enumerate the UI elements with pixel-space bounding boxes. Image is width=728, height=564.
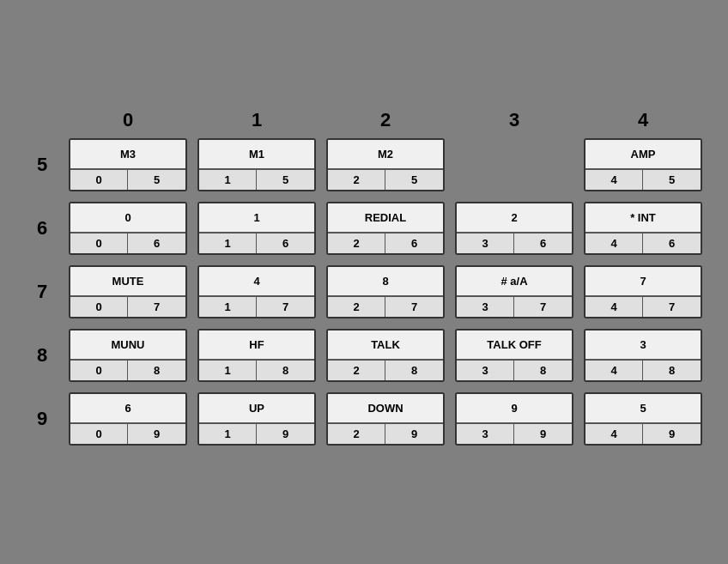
key-box-MUNU-0-8: MUNU08 xyxy=(69,329,187,382)
key-coord-col: 3 xyxy=(457,297,514,317)
key-coords: 18 xyxy=(199,360,314,380)
cell-r3-c4[interactable]: 348 xyxy=(584,329,702,382)
key-coords: 27 xyxy=(328,296,443,317)
cell-r0-c4[interactable]: AMP45 xyxy=(584,138,702,191)
key-coord-row: 6 xyxy=(514,233,572,253)
key-coord-col: 2 xyxy=(328,170,385,190)
data-row-6: 6006116REDIAL26236* INT46 xyxy=(21,202,707,255)
key-coord-col: 2 xyxy=(328,233,385,253)
cell-r1-c4[interactable]: * INT46 xyxy=(584,202,702,255)
key-box-9-3-9: 939 xyxy=(455,392,573,446)
key-box-2-3-6: 236 xyxy=(455,202,573,255)
key-label: 7 xyxy=(585,267,701,296)
key-coords: 45 xyxy=(585,169,701,190)
key-coord-row: 6 xyxy=(385,233,443,253)
key-label: 8 xyxy=(328,267,443,296)
key-coord-row: 8 xyxy=(257,361,314,380)
header-row: 0 1 2 3 4 xyxy=(21,109,707,131)
key-coord-row: 9 xyxy=(385,424,443,444)
key-coord-row: 7 xyxy=(257,297,314,317)
key-coords: 29 xyxy=(328,423,443,444)
key-label: HF xyxy=(199,331,314,360)
row-label-7: 7 xyxy=(21,281,64,303)
key-coord-col: 4 xyxy=(585,424,643,444)
cell-r2-c1[interactable]: 417 xyxy=(197,265,316,318)
col-header-3: 3 xyxy=(450,109,579,131)
cell-r1-c2[interactable]: REDIAL26 xyxy=(326,202,445,255)
cell-r2-c2[interactable]: 827 xyxy=(326,265,445,318)
key-coords: 39 xyxy=(457,423,572,444)
key-coord-col: 0 xyxy=(70,170,128,190)
cell-r2-c0[interactable]: MUTE07 xyxy=(69,265,187,318)
cell-r0-c0[interactable]: M305 xyxy=(69,138,187,191)
key-coord-col: 1 xyxy=(199,361,257,380)
cell-r3-c3[interactable]: TALK OFF38 xyxy=(455,329,573,382)
key-box-8-2-7: 827 xyxy=(326,265,445,318)
col-header-1: 1 xyxy=(192,109,321,131)
key-coord-row: 8 xyxy=(128,361,185,380)
cell-r1-c1[interactable]: 116 xyxy=(197,202,316,255)
key-label: * INT xyxy=(585,203,701,233)
cell-r3-c0[interactable]: MUNU08 xyxy=(69,329,187,382)
cell-r0-c2[interactable]: M225 xyxy=(326,138,445,191)
cell-r1-c3[interactable]: 236 xyxy=(455,202,573,255)
key-label: 3 xyxy=(585,331,701,360)
key-coord-col: 0 xyxy=(70,297,128,317)
key-coords: 05 xyxy=(70,169,185,190)
key-box-*-INT-4-6: * INT46 xyxy=(584,202,702,255)
key-coord-col: 4 xyxy=(585,233,643,253)
key-box-REDIAL-2-6: REDIAL26 xyxy=(326,202,445,255)
rows-container: 5M305M115M225AMP456006116REDIAL26236* IN… xyxy=(21,138,707,446)
key-box-4-1-7: 417 xyxy=(197,265,316,318)
key-coords: 26 xyxy=(328,233,443,253)
key-coord-col: 0 xyxy=(70,233,128,253)
key-coords: 19 xyxy=(199,423,314,444)
key-coords: 15 xyxy=(199,169,314,190)
key-coord-col: 4 xyxy=(585,297,643,317)
key-coord-col: 3 xyxy=(457,424,514,444)
cell-r4-c1[interactable]: UP19 xyxy=(197,392,316,446)
cell-r3-c1[interactable]: HF18 xyxy=(197,329,316,382)
key-coords: 08 xyxy=(70,360,185,380)
key-coord-row: 9 xyxy=(128,424,185,444)
row-label-6: 6 xyxy=(21,217,64,240)
key-coords: 38 xyxy=(457,360,572,380)
key-box-HF-1-8: HF18 xyxy=(197,329,316,382)
col-header-4: 4 xyxy=(579,109,707,131)
key-label: 1 xyxy=(199,203,314,233)
key-coord-col: 0 xyxy=(70,424,128,444)
key-label: TALK OFF xyxy=(457,331,572,360)
key-coord-col: 0 xyxy=(70,361,128,380)
cell-r4-c4[interactable]: 549 xyxy=(584,392,702,446)
key-coord-row: 7 xyxy=(643,297,701,317)
key-coords: 49 xyxy=(585,423,701,444)
key-label: MUNU xyxy=(70,331,185,360)
key-coord-row: 8 xyxy=(514,361,572,380)
key-coord-col: 1 xyxy=(199,424,257,444)
key-box-TALK-OFF-3-8: TALK OFF38 xyxy=(455,329,573,382)
cell-r2-c4[interactable]: 747 xyxy=(584,265,702,318)
cell-r2-c3[interactable]: # a/A37 xyxy=(455,265,573,318)
key-label: 9 xyxy=(457,394,572,423)
key-coords: 07 xyxy=(70,296,185,317)
key-coord-row: 7 xyxy=(128,297,185,317)
key-box-0-0-6: 006 xyxy=(69,202,187,255)
key-box-M2-2-5: M225 xyxy=(326,138,445,191)
col-header-2: 2 xyxy=(321,109,450,131)
key-coord-col: 2 xyxy=(328,424,385,444)
key-coords: 47 xyxy=(585,296,701,317)
key-label: M2 xyxy=(328,140,443,169)
key-coord-row: 9 xyxy=(643,424,701,444)
cell-r4-c2[interactable]: DOWN29 xyxy=(326,392,445,446)
key-coord-col: 2 xyxy=(328,297,385,317)
cell-r0-c1[interactable]: M115 xyxy=(197,138,316,191)
cell-r4-c0[interactable]: 609 xyxy=(69,392,187,446)
cell-r3-c2[interactable]: TALK28 xyxy=(326,329,445,382)
key-coord-col: 1 xyxy=(199,297,257,317)
cell-r4-c3[interactable]: 939 xyxy=(455,392,573,446)
key-coord-col: 4 xyxy=(585,170,643,190)
cell-r1-c0[interactable]: 006 xyxy=(69,202,187,255)
key-coord-row: 9 xyxy=(514,424,572,444)
key-coord-row: 8 xyxy=(385,361,443,380)
key-label: REDIAL xyxy=(328,203,443,233)
